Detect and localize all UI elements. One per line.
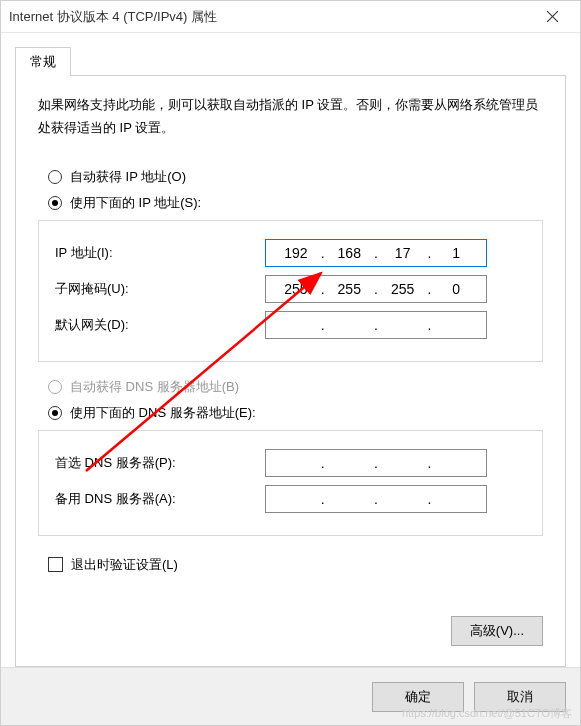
close-icon [547,11,558,22]
radio-icon [48,380,62,394]
dialog-window: Internet 协议版本 4 (TCP/IPv4) 属性 常规 如果网络支持此… [0,0,581,726]
alternate-dns-input[interactable]: . . . [265,485,487,513]
gateway-label: 默认网关(D): [55,316,265,334]
subnet-octet-1[interactable]: 255 [277,281,315,297]
dialog-footer: 确定 取消 [1,667,580,725]
preferred-dns-input[interactable]: . . . [265,449,487,477]
subnet-input[interactable]: 255. 255. 255. 0 [265,275,487,303]
tab-general[interactable]: 常规 [15,47,71,76]
subnet-label: 子网掩码(U): [55,280,265,298]
checkbox-validate-label: 退出时验证设置(L) [71,556,178,574]
radio-auto-ip[interactable]: 自动获得 IP 地址(O) [38,168,543,186]
checkbox-icon [48,557,63,572]
content-area: 常规 如果网络支持此功能，则可以获取自动指派的 IP 设置。否则，你需要从网络系… [1,33,580,667]
radio-icon [48,170,62,184]
field-alternate-dns: 备用 DNS 服务器(A): . . . [55,485,526,513]
dns-field-group: 首选 DNS 服务器(P): . . . 备用 DNS 服务器(A): . . [38,430,543,536]
radio-icon [48,196,62,210]
ip-octet-3[interactable]: 17 [384,245,422,261]
radio-auto-dns: 自动获得 DNS 服务器地址(B) [38,378,543,396]
checkbox-validate[interactable]: 退出时验证设置(L) [38,556,543,574]
gateway-input[interactable]: . . . [265,311,487,339]
cancel-button[interactable]: 取消 [474,682,566,712]
preferred-dns-label: 首选 DNS 服务器(P): [55,454,265,472]
radio-manual-dns[interactable]: 使用下面的 DNS 服务器地址(E): [38,404,543,422]
ip-address-input[interactable]: 192. 168. 17. 1 [265,239,487,267]
subnet-octet-3[interactable]: 255 [384,281,422,297]
tab-panel-general: 如果网络支持此功能，则可以获取自动指派的 IP 设置。否则，你需要从网络系统管理… [15,75,566,667]
radio-manual-dns-label: 使用下面的 DNS 服务器地址(E): [70,404,256,422]
ip-octet-1[interactable]: 192 [277,245,315,261]
ip-octet-2[interactable]: 168 [330,245,368,261]
tab-header: 常规 [15,47,566,75]
subnet-octet-4[interactable]: 0 [437,281,475,297]
radio-manual-ip-label: 使用下面的 IP 地址(S): [70,194,201,212]
ip-octet-4[interactable]: 1 [437,245,475,261]
ip-address-label: IP 地址(I): [55,244,265,262]
radio-auto-ip-label: 自动获得 IP 地址(O) [70,168,186,186]
field-subnet: 子网掩码(U): 255. 255. 255. 0 [55,275,526,303]
alternate-dns-label: 备用 DNS 服务器(A): [55,490,265,508]
window-title: Internet 协议版本 4 (TCP/IPv4) 属性 [9,8,532,26]
field-gateway: 默认网关(D): . . . [55,311,526,339]
titlebar: Internet 协议版本 4 (TCP/IPv4) 属性 [1,1,580,33]
ip-field-group: IP 地址(I): 192. 168. 17. 1 子网掩码(U): 255. … [38,220,543,362]
description-text: 如果网络支持此功能，则可以获取自动指派的 IP 设置。否则，你需要从网络系统管理… [38,94,543,140]
field-ip-address: IP 地址(I): 192. 168. 17. 1 [55,239,526,267]
advanced-button[interactable]: 高级(V)... [451,616,543,646]
ok-button[interactable]: 确定 [372,682,464,712]
subnet-octet-2[interactable]: 255 [330,281,368,297]
close-button[interactable] [532,3,572,31]
radio-icon [48,406,62,420]
radio-auto-dns-label: 自动获得 DNS 服务器地址(B) [70,378,239,396]
field-preferred-dns: 首选 DNS 服务器(P): . . . [55,449,526,477]
tab-container: 常规 如果网络支持此功能，则可以获取自动指派的 IP 设置。否则，你需要从网络系… [15,47,566,667]
radio-manual-ip[interactable]: 使用下面的 IP 地址(S): [38,194,543,212]
